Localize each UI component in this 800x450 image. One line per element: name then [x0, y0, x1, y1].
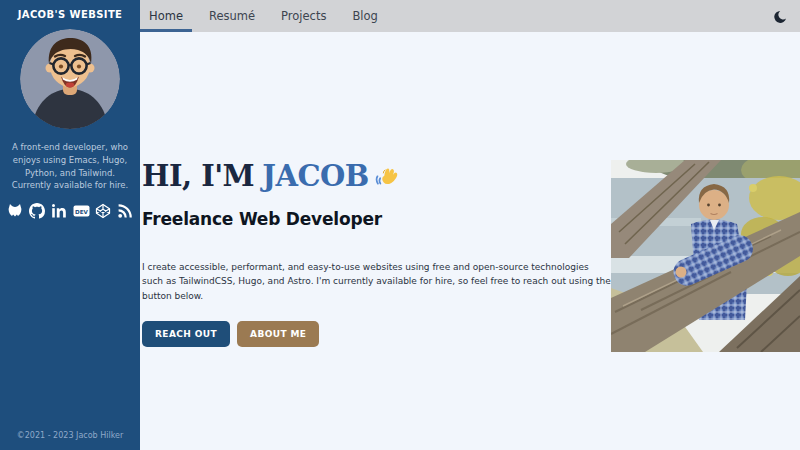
nav-item-resume[interactable]: Resumé	[200, 0, 264, 32]
about-me-button[interactable]: ABOUT ME	[237, 321, 319, 347]
linkedin-icon	[51, 203, 67, 219]
nav-item-projects[interactable]: Projects	[272, 0, 335, 32]
bat-icon	[7, 203, 23, 219]
avatar	[20, 29, 120, 129]
main-content: HI, I'MJACOB Freelance Web Developer I c…	[140, 32, 800, 450]
hero-greeting-prefix: HI, I'M	[142, 158, 254, 196]
portrait-photo-illustration	[611, 160, 800, 352]
top-navbar: Home Resumé Projects Blog	[140, 0, 800, 32]
moon-icon	[773, 9, 788, 24]
svg-text:DEV: DEV	[75, 208, 88, 214]
hero-description: I create accessible, performant, and eas…	[142, 260, 612, 303]
waving-hand-icon	[375, 163, 402, 190]
hero-name: JACOB	[262, 158, 369, 196]
social-link-2[interactable]	[29, 202, 46, 219]
rss-icon	[117, 203, 133, 219]
site-title[interactable]: JACOB'S WEBSITE	[18, 9, 123, 20]
social-link-5[interactable]	[95, 202, 112, 219]
nav-item-home[interactable]: Home	[140, 0, 192, 32]
portrait-photo	[611, 160, 800, 352]
dev-to-icon: DEV	[73, 203, 90, 219]
bio-text: A front-end developer, who enjoys using …	[0, 141, 140, 192]
social-link-4[interactable]: DEV	[73, 202, 90, 219]
hero-buttons: REACH OUT ABOUT ME	[142, 321, 620, 347]
nav-item-blog[interactable]: Blog	[343, 0, 386, 32]
social-links-row: DEV	[7, 202, 134, 219]
codepen-icon	[95, 203, 111, 219]
dark-mode-toggle[interactable]	[773, 9, 788, 24]
hero-section: HI, I'MJACOB Freelance Web Developer I c…	[142, 158, 620, 347]
copyright-text: ©2021 - 2023 Jacob Hilker	[17, 431, 123, 440]
reach-out-button[interactable]: REACH OUT	[142, 321, 230, 347]
hero-subtitle: Freelance Web Developer	[142, 208, 620, 230]
social-link-1[interactable]	[7, 202, 24, 219]
social-link-3[interactable]	[51, 202, 68, 219]
avatar-illustration	[20, 29, 120, 129]
sidebar: JACOB'S WEBSITE	[0, 0, 140, 450]
github-icon	[29, 203, 45, 219]
social-link-6[interactable]	[117, 202, 134, 219]
hero-greeting: HI, I'MJACOB	[142, 158, 620, 196]
